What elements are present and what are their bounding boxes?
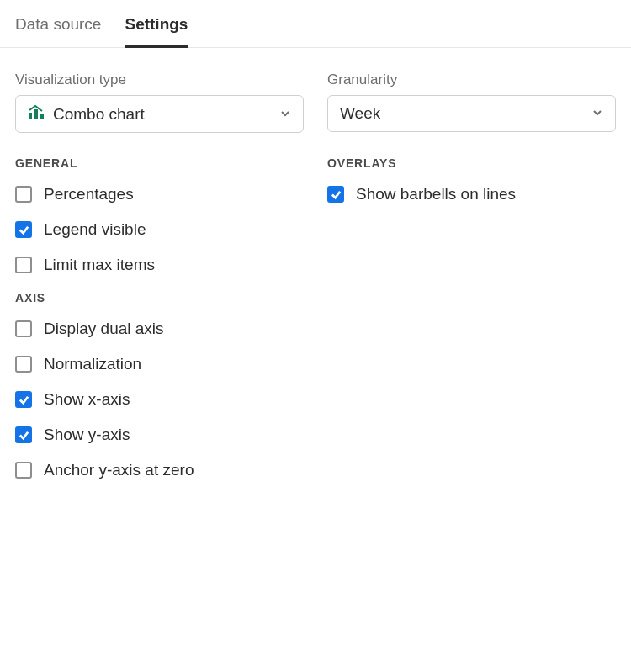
axis-section: Axis Display dual axis Normalization Sho… — [15, 291, 304, 479]
granularity-value: Week — [340, 104, 380, 123]
right-column: Overlays Show barbells on lines — [327, 150, 616, 496]
checkbox-icon — [15, 221, 32, 238]
checkbox-legend-visible[interactable]: Legend visible — [15, 220, 304, 239]
checkbox-show-barbells[interactable]: Show barbells on lines — [327, 185, 616, 204]
chevron-down-icon — [279, 105, 291, 124]
checkbox-display-dual-axis[interactable]: Display dual axis — [15, 320, 304, 338]
checkbox-icon — [15, 186, 32, 203]
checkbox-label: Percentages — [44, 185, 134, 204]
viz-type-value: Combo chart — [53, 105, 145, 124]
checkbox-label: Show x-axis — [44, 390, 130, 409]
checkbox-label: Show barbells on lines — [356, 185, 516, 204]
checkbox-label: Show y-axis — [44, 426, 130, 444]
general-section: General Percentages Legend visible Limit… — [15, 156, 304, 274]
checkbox-icon — [15, 356, 32, 373]
svg-rect-2 — [40, 114, 44, 119]
viz-type-label: Visualization type — [15, 71, 304, 88]
granularity-select[interactable]: Week — [327, 95, 616, 132]
checkbox-show-x-axis[interactable]: Show x-axis — [15, 390, 304, 409]
checkbox-label: Anchor y-axis at zero — [44, 461, 194, 479]
combo-chart-icon — [28, 104, 45, 124]
viz-type-field: Visualization type Combo chart — [15, 71, 304, 133]
axis-heading: Axis — [15, 291, 304, 304]
overlays-section: Overlays Show barbells on lines — [327, 156, 616, 204]
checkbox-icon — [15, 257, 32, 273]
granularity-field: Granularity Week — [327, 71, 616, 133]
left-column: General Percentages Legend visible Limit… — [15, 150, 304, 496]
svg-rect-0 — [29, 113, 32, 119]
checkbox-label: Limit max items — [44, 256, 155, 274]
tab-bar: Data source Settings — [0, 0, 631, 48]
checkbox-icon — [15, 426, 32, 443]
viz-type-select[interactable]: Combo chart — [15, 95, 304, 133]
settings-panel: Visualization type Combo chart Granular — [0, 48, 631, 511]
checkbox-icon — [327, 186, 344, 203]
checkbox-percentages[interactable]: Percentages — [15, 185, 304, 204]
overlays-heading: Overlays — [327, 156, 616, 170]
tab-settings[interactable]: Settings — [125, 15, 188, 48]
checkbox-label: Display dual axis — [44, 320, 164, 338]
checkbox-label: Legend visible — [44, 220, 146, 239]
checkbox-icon — [15, 391, 32, 408]
checkbox-show-y-axis[interactable]: Show y-axis — [15, 426, 304, 444]
checkbox-icon — [15, 462, 32, 479]
tab-data-source[interactable]: Data source — [15, 15, 101, 48]
svg-rect-1 — [34, 109, 38, 119]
checkbox-limit-max-items[interactable]: Limit max items — [15, 256, 304, 274]
chevron-down-icon — [591, 104, 603, 123]
granularity-label: Granularity — [327, 71, 616, 88]
checkbox-icon — [15, 320, 32, 337]
general-heading: General — [15, 156, 304, 170]
checkbox-normalization[interactable]: Normalization — [15, 355, 304, 373]
checkbox-label: Normalization — [44, 355, 141, 373]
checkbox-anchor-y-zero[interactable]: Anchor y-axis at zero — [15, 461, 304, 479]
